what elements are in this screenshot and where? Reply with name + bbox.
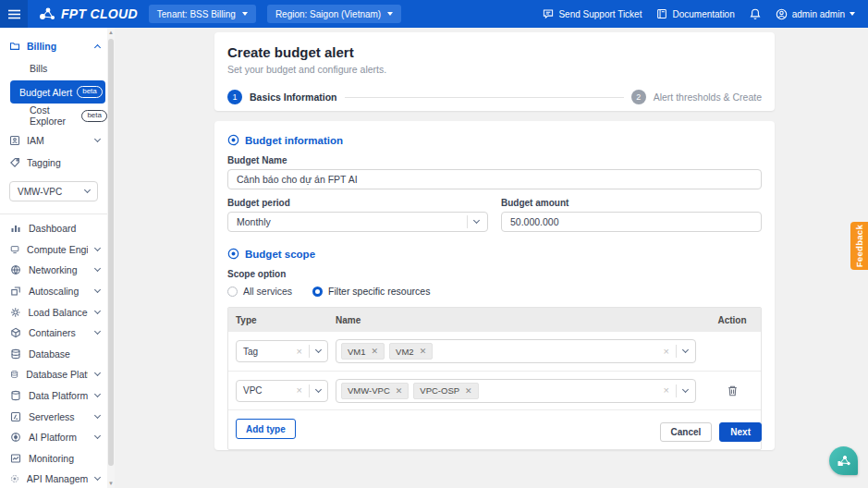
caret-down-icon <box>387 12 393 16</box>
budget-amount-input[interactable]: 50.000.000 <box>501 212 762 232</box>
chip-remove-icon[interactable]: ✕ <box>372 347 379 356</box>
page-header-card: Create budget alert Set your budget and … <box>214 32 775 111</box>
budget-name-input[interactable]: Cảnh báo cho dự án FPT AI <box>227 169 762 189</box>
region-selector[interactable]: Region: Saigon (Vietnam) <box>267 5 401 23</box>
add-type-button[interactable]: Add type <box>236 419 296 439</box>
feedback-label: Feedback <box>854 225 864 267</box>
sidebar-scrollbar[interactable]: ▲ ▼ <box>107 28 115 488</box>
radio-all-services[interactable]: All services <box>227 286 292 297</box>
chip-remove-icon[interactable]: ✕ <box>465 386 472 396</box>
clear-icon[interactable]: × <box>297 385 302 396</box>
sidebar-group-iam[interactable]: IAM <box>0 129 107 152</box>
chevron-down-icon <box>315 347 322 353</box>
networking-icon <box>10 264 21 275</box>
type-select-row1[interactable]: Tag × <box>236 340 328 362</box>
step-1-label: Basics Information <box>250 92 337 103</box>
chat-assistant-button[interactable] <box>829 446 858 475</box>
sidebar-item-bills[interactable]: Bills <box>0 57 107 79</box>
chevron-down-icon <box>84 187 91 193</box>
caret-down-icon <box>850 12 855 16</box>
sidebar-item-label: Data Platform <box>29 390 88 401</box>
clear-icon[interactable]: × <box>664 385 669 396</box>
clear-icon[interactable]: × <box>297 347 302 357</box>
delete-row-trash-icon[interactable] <box>727 384 739 397</box>
sidebar-scrollbar-thumb[interactable] <box>108 39 114 466</box>
documentation-label: Documentation <box>672 9 734 19</box>
sidebar-item-database[interactable]: Database <box>0 344 107 365</box>
chevron-down-icon <box>473 217 480 224</box>
sidebar-item-containers[interactable]: Containers <box>0 323 107 344</box>
sidebar-group-label: Billing <box>27 41 89 52</box>
section-info-icon <box>227 248 239 260</box>
sidebar-item-database-platform[interactable]: Database Platform <box>0 364 107 385</box>
select-divider <box>309 384 310 397</box>
next-button[interactable]: Next <box>719 422 762 442</box>
chip-label: VM2 <box>396 347 414 357</box>
type-select-row2[interactable]: VPC × <box>236 380 328 402</box>
sidebar-item-load-balancer[interactable]: Load Balancer <box>0 301 107 323</box>
name-multiselect-row1[interactable]: VM1✕ VM2✕ × <box>336 339 696 363</box>
ai-assistant-icon <box>836 453 851 469</box>
chevron-down-icon <box>94 370 101 376</box>
sidebar-item-label: Compute Engine <box>27 244 88 255</box>
top-bar: FPT CLOUD Tenant: BSS Billing Region: Sa… <box>0 0 868 28</box>
tag-icon <box>9 157 20 168</box>
data-platform-icon <box>10 390 21 401</box>
type-select-value: VPC <box>243 385 263 396</box>
cancel-button[interactable]: Cancel <box>660 422 713 442</box>
chevron-down-icon <box>94 265 101 272</box>
sidebar-item-budget-alert[interactable]: Budget Alert beta <box>10 80 105 104</box>
send-support-ticket-link[interactable]: Send Support Ticket <box>543 8 642 19</box>
beta-badge: beta <box>77 86 103 98</box>
name-multiselect-row2[interactable]: VMW-VPC✕ VPC-OSP✕ × <box>336 379 696 403</box>
feedback-tab[interactable]: Feedback <box>850 222 868 270</box>
vpc-selector[interactable]: VMW-VPC <box>9 181 98 201</box>
chevron-down-icon <box>94 308 101 314</box>
sidebar-item-label: Load Balancer <box>28 307 88 318</box>
hamburger-menu-button[interactable] <box>0 0 28 28</box>
sidebar-group-billing[interactable]: Billing <box>0 35 107 57</box>
sidebar-item-dashboard[interactable]: Dashboard <box>0 218 107 239</box>
sidebar-item-serverless[interactable]: Serverless <box>0 406 107 427</box>
main-content: Create budget alert Set your budget and … <box>115 28 868 488</box>
bell-icon <box>750 8 761 20</box>
radio-selected-icon <box>312 287 323 297</box>
column-header-action: Action <box>703 315 761 325</box>
user-menu[interactable]: admin admin <box>776 8 855 20</box>
sidebar-item-monitoring[interactable]: Monitoring <box>0 448 107 470</box>
radio-filter-specific-resources[interactable]: Filter specific resources <box>312 286 430 297</box>
user-name: admin admin <box>792 9 845 19</box>
app-window: FPT CLOUD Tenant: BSS Billing Region: Sa… <box>0 0 868 488</box>
sidebar-item-autoscaling[interactable]: Autoscaling <box>0 281 107 302</box>
sidebar-item-tagging[interactable]: Tagging <box>0 152 107 173</box>
sidebar-item-cost-explorer[interactable]: Cost Explorer beta <box>0 104 107 127</box>
form-footer: Cancel Next <box>660 422 762 442</box>
scope-table-header: Type Name Action <box>228 308 761 332</box>
notifications-bell-button[interactable] <box>750 8 761 20</box>
chip-remove-icon[interactable]: ✕ <box>420 347 427 356</box>
budget-period-select[interactable]: Monthly <box>227 212 488 232</box>
sidebar-item-networking[interactable]: Networking <box>0 260 107 281</box>
step-2-label: Alert thresholds & Create <box>654 92 762 103</box>
user-avatar-icon <box>776 8 788 20</box>
sidebar-item-api-management[interactable]: API Management <box>0 469 107 488</box>
sidebar-item-compute-engine[interactable]: Compute Engine <box>0 239 107 261</box>
autoscaling-icon <box>10 286 21 297</box>
documentation-link[interactable]: Documentation <box>656 8 734 19</box>
sidebar-item-ai-platform[interactable]: AI Platform <box>0 427 107 448</box>
chip-vm1: VM1✕ <box>341 343 385 360</box>
fpt-cloud-logo[interactable]: FPT CLOUD <box>39 6 138 21</box>
scroll-up-arrow-icon[interactable]: ▲ <box>107 28 115 37</box>
compute-engine-icon <box>10 244 19 255</box>
tenant-selector[interactable]: Tenant: BSS Billing <box>149 5 256 23</box>
step-2-circle: 2 <box>631 90 646 104</box>
chevron-up-icon <box>94 44 101 51</box>
dashboard-icon <box>10 223 21 234</box>
scroll-down-arrow-icon[interactable]: ▼ <box>107 479 115 488</box>
sidebar-item-data-platform[interactable]: Data Platform <box>0 385 107 407</box>
clear-icon[interactable]: × <box>664 347 669 357</box>
sidebar-group-label: IAM <box>27 135 89 146</box>
chip-remove-icon[interactable]: ✕ <box>396 386 403 396</box>
sidebar-item-label: Containers <box>29 327 88 338</box>
radio-unselected-icon <box>227 287 238 297</box>
